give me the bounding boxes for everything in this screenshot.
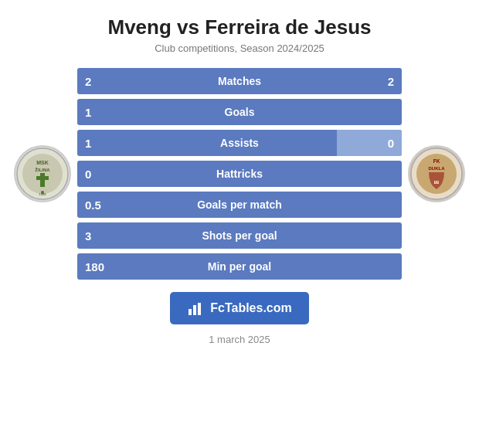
fctables-icon xyxy=(187,300,204,317)
stat-bar-bg xyxy=(77,68,402,94)
stat-bar-bg xyxy=(77,253,402,280)
stat-row: 1Goals xyxy=(77,99,402,125)
stat-left-value: 1 xyxy=(77,137,105,150)
stat-row: 180Min per goal xyxy=(77,253,402,280)
fctables-logo[interactable]: FcTables.com xyxy=(170,292,309,324)
svg-rect-5 xyxy=(36,176,49,180)
svg-rect-15 xyxy=(198,303,201,315)
team-logo-right: FK DUKLA BB xyxy=(402,145,471,202)
date-label: 1 march 2025 xyxy=(209,334,270,345)
team-logo-left: MSK ŽILINA 1908 xyxy=(8,145,77,202)
dukla-badge: FK DUKLA BB xyxy=(408,145,465,202)
fctables-text: FcTables.com xyxy=(210,301,292,315)
comparison-section: MSK ŽILINA 1908 2Matches21Goals1Assists0… xyxy=(0,68,479,280)
svg-text:DUKLA: DUKLA xyxy=(429,166,446,171)
stat-row: 2Matches2 xyxy=(77,68,402,94)
subtitle: Club competitions, Season 2024/2025 xyxy=(155,42,324,54)
svg-rect-14 xyxy=(193,305,196,315)
svg-text:FK: FK xyxy=(433,158,440,164)
stat-row: 3Shots per goal xyxy=(77,222,402,249)
svg-rect-13 xyxy=(189,309,192,315)
stat-left-value: 2 xyxy=(77,75,105,88)
stat-left-value: 0 xyxy=(77,168,105,181)
comparison-card: Mveng vs Ferreira de Jesus Club competit… xyxy=(0,0,479,448)
svg-text:MSK: MSK xyxy=(36,160,49,165)
stat-left-value: 1 xyxy=(77,106,105,119)
svg-text:ŽILINA: ŽILINA xyxy=(35,167,50,172)
stat-right-value: 0 xyxy=(374,137,402,150)
stat-right-value: 2 xyxy=(374,75,402,88)
stat-bar-bg xyxy=(77,99,402,125)
stat-bar-bg xyxy=(77,161,402,187)
stat-bar-bg xyxy=(77,222,402,249)
page-title: Mveng vs Ferreira de Jesus xyxy=(107,15,371,39)
stat-left-value: 180 xyxy=(77,260,105,273)
stat-row: 1Assists0 xyxy=(77,130,402,156)
stats-area: 2Matches21Goals1Assists00Hattricks0.5Goa… xyxy=(77,68,402,280)
stat-left-value: 0.5 xyxy=(77,199,105,212)
svg-text:BB: BB xyxy=(434,181,440,185)
stat-row: 0Hattricks xyxy=(77,161,402,187)
stat-bar-bg xyxy=(77,192,402,218)
svg-text:1908: 1908 xyxy=(39,192,47,196)
stat-row: 0.5Goals per match xyxy=(77,192,402,218)
zilina-badge: MSK ŽILINA 1908 xyxy=(14,145,71,202)
stat-left-value: 3 xyxy=(77,229,105,243)
